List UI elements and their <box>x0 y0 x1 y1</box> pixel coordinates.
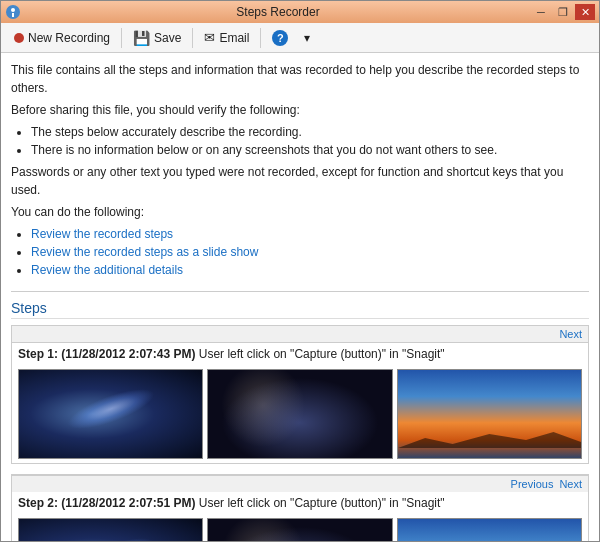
step-2-label: Step 2: (11/28/2012 2:07:51 PM) User lef… <box>12 492 588 514</box>
step-1-screenshot-1[interactable] <box>18 369 203 459</box>
info-para3: Passwords or any other text you typed we… <box>11 163 589 199</box>
svg-rect-2 <box>12 13 14 17</box>
email-button[interactable]: ✉ Email <box>197 26 256 49</box>
app-icon <box>5 4 21 20</box>
minimize-button[interactable]: ─ <box>531 4 551 20</box>
toolbar-separator-1 <box>121 28 122 48</box>
svg-point-1 <box>11 8 15 12</box>
record-dot-icon <box>14 33 24 43</box>
save-label: Save <box>154 31 181 45</box>
step-2-container: Previous Next Step 2: (11/28/2012 2:07:5… <box>11 474 589 541</box>
toolbar-separator-3 <box>260 28 261 48</box>
step-1-next-top[interactable]: Next <box>559 328 582 340</box>
title-buttons: ─ ❐ ✕ <box>531 4 595 20</box>
chevron-down-icon: ▾ <box>304 31 310 45</box>
title-bar: Steps Recorder ─ ❐ ✕ <box>1 1 599 23</box>
info-bullet1: The steps below accurately describe the … <box>31 123 589 141</box>
window-title: Steps Recorder <box>25 5 531 19</box>
steps-heading: Steps <box>11 300 589 319</box>
content-area[interactable]: This file contains all the steps and inf… <box>1 53 599 541</box>
step-2-screenshots <box>12 514 588 541</box>
step-1-screenshot-3[interactable] <box>397 369 582 459</box>
info-section: This file contains all the steps and inf… <box>11 61 589 292</box>
window: Steps Recorder ─ ❐ ✕ New Recording 💾 Sav… <box>0 0 600 542</box>
save-icon: 💾 <box>133 30 150 46</box>
step-1-label: Step 1: (11/28/2012 2:07:43 PM) User lef… <box>12 343 588 365</box>
step-1-screenshot-2[interactable] <box>207 369 392 459</box>
info-para4: You can do the following: <box>11 203 589 221</box>
toolbar-separator-2 <box>192 28 193 48</box>
step-2-screenshot-2[interactable] <box>207 518 392 541</box>
step-2-prev-top[interactable]: Previous <box>511 478 554 490</box>
dropdown-button[interactable]: ▾ <box>297 27 317 49</box>
step-1-screenshots <box>12 365 588 463</box>
info-bullet2: There is no information below or on any … <box>31 141 589 159</box>
new-recording-button[interactable]: New Recording <box>7 27 117 49</box>
step-1-nav-top: Next <box>12 326 588 343</box>
step-2-next-top[interactable]: Next <box>559 478 582 490</box>
email-icon: ✉ <box>204 30 215 45</box>
step-1-container: Next Step 1: (11/28/2012 2:07:43 PM) Use… <box>11 325 589 464</box>
info-para1: This file contains all the steps and inf… <box>11 61 589 97</box>
email-label: Email <box>219 31 249 45</box>
toolbar: New Recording 💾 Save ✉ Email ? ▾ <box>1 23 599 53</box>
step-2-screenshot-3[interactable] <box>397 518 582 541</box>
help-button[interactable]: ? <box>265 26 295 50</box>
help-icon: ? <box>272 30 288 46</box>
step-2-screenshot-1[interactable] <box>18 518 203 541</box>
link-additional-details[interactable]: Review the additional details <box>31 263 183 277</box>
link-review-steps[interactable]: Review the recorded steps <box>31 227 173 241</box>
restore-button[interactable]: ❐ <box>553 4 573 20</box>
link-slide-show[interactable]: Review the recorded steps as a slide sho… <box>31 245 258 259</box>
save-button[interactable]: 💾 Save <box>126 26 188 50</box>
close-button[interactable]: ✕ <box>575 4 595 20</box>
info-para2: Before sharing this file, you should ver… <box>11 101 589 119</box>
step-2-nav-top: Previous Next <box>12 475 588 492</box>
new-recording-label: New Recording <box>28 31 110 45</box>
